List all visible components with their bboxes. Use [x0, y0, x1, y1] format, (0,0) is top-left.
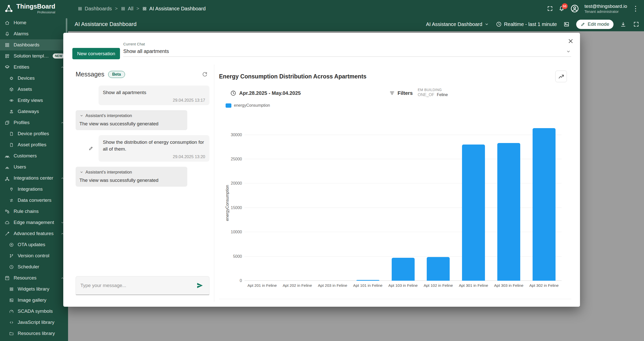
sidebar-item-scheduler[interactable]: Scheduler [0, 261, 68, 272]
sidebar-item-resources-library[interactable]: Resources library [0, 328, 68, 339]
widget-subheader: Apr.28.2025 - May.04.2025 Filters EM BUI… [230, 89, 569, 97]
breadcrumb-item-ai-assistance-dashboard[interactable]: AI Assistance Dashboard [142, 6, 205, 12]
send-message-button[interactable] [195, 281, 205, 290]
chevron-down-icon [79, 170, 84, 174]
bar-apt-302-in-feline[interactable] [533, 128, 556, 281]
chart-panel: Energy Consumption Distribution Across A… [219, 71, 571, 299]
sidebar-item-entities[interactable]: Entities [0, 62, 68, 73]
header-actions: 66 test@thingsboard.io Tenant administra… [547, 3, 644, 14]
dashboard-image-button[interactable] [563, 21, 570, 27]
send-icon [196, 282, 204, 289]
plug-icon [9, 187, 14, 192]
edit-message-button[interactable] [87, 146, 95, 151]
download-icon [620, 21, 626, 27]
sidebar-item-resources[interactable]: Resources [0, 272, 68, 283]
notifications-badge: 66 [562, 3, 568, 9]
layers-icon [5, 65, 10, 70]
refresh-button[interactable] [200, 71, 209, 78]
current-chat-select[interactable]: Show all apartments [123, 46, 571, 57]
sidebar-item-assets[interactable]: Assets [0, 84, 68, 95]
x-axis-label: Apt 103 in Feline [385, 283, 421, 288]
sidebar-item-profiles[interactable]: Profiles [0, 117, 68, 128]
more-menu-icon[interactable]: ⋮ [632, 5, 639, 12]
bar-chart-plot: 050001000015000200002500030000 [244, 125, 562, 281]
edit-mode-button[interactable]: Edit mode [576, 20, 614, 29]
bar-apt-303-in-feline[interactable] [497, 143, 520, 281]
filter-value[interactable]: Feline [437, 93, 448, 97]
sidebar-item-scada-symbols[interactable]: SCADA symbols [0, 306, 68, 317]
bar-apt-301-in-feline[interactable] [462, 145, 485, 281]
x-axis-label: Apt 201 in Feline [244, 283, 280, 288]
sidebar-item-device-profiles[interactable]: Device profiles [0, 128, 68, 139]
breadcrumb-item-dashboards[interactable]: Dashboards [78, 6, 112, 12]
filter-condition: ONE_OF Feline [418, 93, 448, 97]
bar-apt-102-in-feline[interactable] [427, 257, 450, 281]
sidebar-item-javascript-library[interactable]: JavaScript library [0, 317, 68, 328]
user-role: Tenant administrator [585, 9, 627, 14]
new-conversation-button[interactable]: New conversation [72, 48, 120, 59]
sidebar-item-home[interactable]: Home [0, 17, 68, 28]
current-chat-field: Current Chat Show all apartments [123, 42, 571, 57]
timewindow-range[interactable]: Apr.28.2025 - May.04.2025 [230, 90, 301, 96]
bar-slot [385, 125, 421, 281]
bar-slot [244, 125, 280, 281]
assistant-interpretation-label: Assistant's interpretation [85, 113, 132, 118]
user-avatar[interactable] [570, 4, 579, 13]
toolbar-fullscreen-button[interactable] [633, 21, 639, 27]
sidebar-item-asset-profiles[interactable]: Asset profiles [0, 139, 68, 150]
dashboard-icon [121, 6, 126, 11]
timeseries-widget-button[interactable] [555, 71, 567, 82]
assistant-interpretation-toggle[interactable]: Assistant's interpretation [79, 113, 183, 118]
sidebar-item-edge-management[interactable]: Edge management [0, 217, 68, 228]
breadcrumb-item-all[interactable]: All [121, 6, 133, 12]
sidebar-item-label: Data converters [18, 197, 65, 203]
bar-apt-103-in-feline[interactable] [392, 258, 415, 281]
sidebar-item-integrations[interactable]: Integrations [0, 184, 68, 195]
edit-mode-label: Edit mode [588, 21, 609, 27]
bar-apt-101-in-feline[interactable] [356, 280, 379, 281]
notifications-button[interactable]: 66 [558, 5, 565, 12]
sidebar-item-image-gallery[interactable]: Image gallery [0, 295, 68, 306]
sidebar-item-entity-views[interactable]: Entity views [0, 95, 68, 106]
sidebar-item-advanced-features[interactable]: Advanced features [0, 228, 68, 239]
fullscreen-button[interactable] [547, 5, 553, 12]
widget-title: Energy Consumption Distribution Across A… [219, 73, 366, 80]
code-icon [9, 320, 14, 325]
timewindow-button[interactable]: Realtime - last 1 minute [496, 21, 557, 27]
assistant-interpretation-toggle[interactable]: Assistant's interpretation [79, 170, 183, 175]
chart-legend[interactable]: energyConsumption [226, 103, 270, 108]
fullscreen-icon [633, 21, 639, 27]
sidebar-item-gateways[interactable]: Gateways [0, 106, 68, 117]
sidebar-item-widgets-library[interactable]: Widgets library [0, 283, 68, 295]
bar-slot [350, 125, 385, 281]
dashboard-state-selector[interactable]: AI Assistance Dashboard [426, 21, 489, 27]
download-button[interactable] [620, 21, 626, 27]
date-range-label: Apr.28.2025 - May.04.2025 [239, 90, 301, 96]
x-axis-label: Apt 202 in Feline [280, 283, 315, 288]
thingsboard-logo[interactable]: ThingsBoard Professional [0, 3, 68, 14]
sidebar-item-customers[interactable]: Customers [0, 150, 68, 161]
filters-button[interactable]: Filters [389, 90, 413, 96]
sidebar-item-solution-templates[interactable]: Solution templatesNEW [0, 50, 68, 62]
sidebar-item-data-converters[interactable]: Data converters [0, 195, 68, 206]
user-message-bubble: Show the distribution of energy consumpt… [99, 135, 209, 162]
sidebar-item-alarms[interactable]: Alarms [0, 28, 68, 39]
breadcrumb: Dashboards>All>AI Assistance Dashboard [78, 6, 206, 12]
logo-subtitle: Professional [16, 10, 55, 14]
sidebar-item-label: Advanced features [14, 231, 56, 236]
chevron-down-icon [566, 49, 571, 54]
ai-assistance-dialog: New conversation Current Chat Show all a… [63, 33, 580, 307]
breadcrumb-label: AI Assistance Dashboard [149, 6, 205, 12]
thingsboard-logo-icon [4, 4, 14, 13]
user-email: test@thingsboard.io [585, 3, 627, 9]
hub-icon [5, 176, 10, 181]
sidebar-item-devices[interactable]: Devices [0, 73, 68, 84]
message-input[interactable] [80, 282, 195, 289]
sidebar-item-ota-updates[interactable]: OTA updates [0, 239, 68, 250]
sidebar-item-dashboards[interactable]: Dashboards [0, 39, 68, 50]
sidebar-item-users[interactable]: Users [0, 161, 68, 173]
sidebar-item-rule-chains[interactable]: Rule chains [0, 206, 68, 217]
sidebar-item-version-control[interactable]: Version control [0, 250, 68, 261]
x-axis-label: Apt 101 in Feline [350, 283, 385, 288]
sidebar-item-integrations-center[interactable]: Integrations center [0, 173, 68, 184]
